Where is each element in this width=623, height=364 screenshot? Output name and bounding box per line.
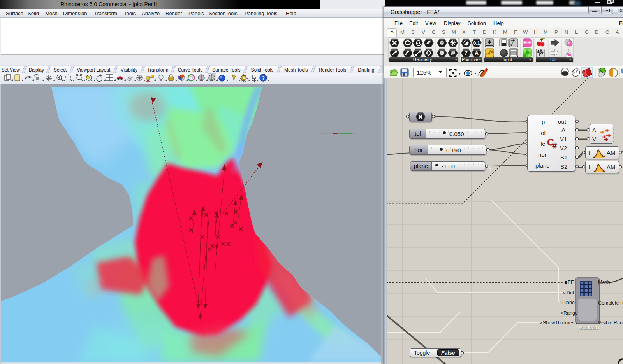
svg-text:Util: Util [550,57,556,62]
svg-text:Primitive: Primitive [462,57,478,62]
svg-text:+: + [529,58,531,62]
svg-text:0.1: 0.1 [473,40,480,46]
svg-text:?: ? [262,75,265,81]
svg-text:Geometry: Geometry [413,57,432,62]
svg-text:Input: Input [503,57,512,62]
svg-text:+: + [569,58,571,62]
svg-text:7: 7 [465,50,468,56]
svg-text:+: + [479,58,481,62]
svg-text:A: A [475,50,479,56]
svg-text:+: + [455,58,457,62]
